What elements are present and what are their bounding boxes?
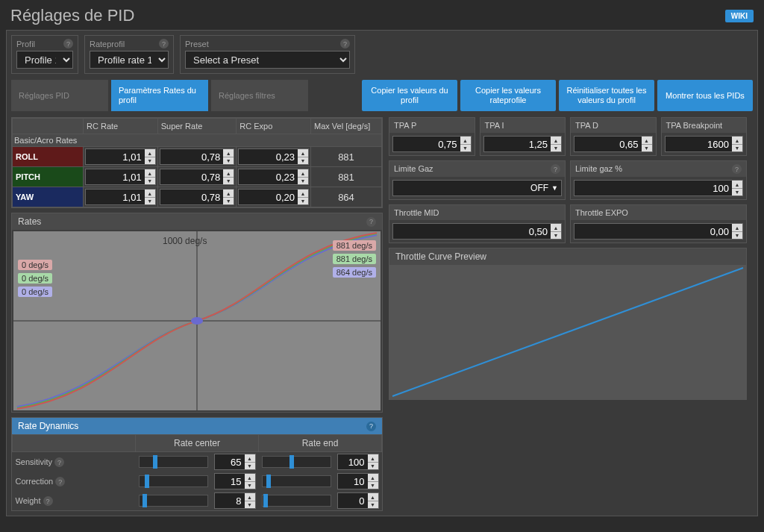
profile-select[interactable]: Profile 1 xyxy=(16,51,73,69)
weight-center-input[interactable] xyxy=(215,493,245,508)
sensitivity-center-input[interactable] xyxy=(215,454,245,469)
step-down-icon[interactable]: ▼ xyxy=(298,178,308,185)
profile-label: Profil xyxy=(16,40,35,48)
step-down-icon[interactable]: ▼ xyxy=(245,501,255,509)
step-up-icon[interactable]: ▲ xyxy=(551,224,561,232)
correction-end-slider[interactable] xyxy=(262,475,331,487)
step-up-icon[interactable]: ▲ xyxy=(223,149,234,157)
tpa-d-input[interactable] xyxy=(574,137,642,151)
copy-profile-button[interactable]: Copier les valeurs du profil xyxy=(362,80,457,111)
step-up-icon[interactable]: ▲ xyxy=(245,493,255,501)
step-down-icon[interactable]: ▼ xyxy=(298,157,308,165)
throttle-expo-input[interactable] xyxy=(574,224,732,239)
step-down-icon[interactable]: ▼ xyxy=(732,145,742,152)
tpa-p-input[interactable] xyxy=(393,137,460,151)
reset-profile-button[interactable]: Réinitialiser toutes les valeurs du prof… xyxy=(559,80,654,111)
throttle-mid-input[interactable] xyxy=(393,224,551,239)
step-down-icon[interactable]: ▼ xyxy=(551,145,561,152)
step-up-icon[interactable]: ▲ xyxy=(245,454,255,463)
step-up-icon[interactable]: ▲ xyxy=(298,190,308,198)
step-down-icon[interactable]: ▼ xyxy=(245,463,255,470)
step-down-icon[interactable]: ▼ xyxy=(368,501,378,509)
correction-end-input[interactable] xyxy=(338,474,368,489)
sensitivity-center-slider[interactable] xyxy=(139,456,208,468)
step-down-icon[interactable]: ▼ xyxy=(223,198,234,205)
sensitivity-end-slider[interactable] xyxy=(262,456,331,468)
help-icon[interactable]: ? xyxy=(340,39,350,48)
step-up-icon[interactable]: ▲ xyxy=(732,224,742,232)
wiki-button[interactable]: WIKI xyxy=(725,10,754,22)
step-up-icon[interactable]: ▲ xyxy=(460,137,471,145)
step-up-icon[interactable]: ▲ xyxy=(551,137,561,145)
throttle-limit-pct-input[interactable] xyxy=(574,181,732,195)
help-icon[interactable]: ? xyxy=(551,164,560,174)
step-up-icon[interactable]: ▲ xyxy=(368,454,378,463)
page-title: Réglages de PID xyxy=(10,6,134,25)
rateprofile-select[interactable]: Profile rate 1 xyxy=(90,51,169,69)
svg-line-3 xyxy=(392,268,743,396)
step-down-icon[interactable]: ▼ xyxy=(145,157,155,165)
roll-superrate-input[interactable] xyxy=(160,149,224,164)
tab-pid[interactable]: Réglages PID xyxy=(11,80,108,111)
step-up-icon[interactable]: ▲ xyxy=(223,190,234,198)
sensitivity-end-input[interactable] xyxy=(338,454,368,469)
step-down-icon[interactable]: ▼ xyxy=(223,157,234,165)
step-up-icon[interactable]: ▲ xyxy=(245,474,255,482)
correction-center-input[interactable] xyxy=(215,474,245,489)
yaw-superrate-input[interactable] xyxy=(160,190,224,204)
step-down-icon[interactable]: ▼ xyxy=(298,198,308,205)
step-up-icon[interactable]: ▲ xyxy=(145,169,155,178)
show-pids-button[interactable]: Montrer tous les PIDs xyxy=(657,80,753,111)
step-up-icon[interactable]: ▲ xyxy=(223,169,234,178)
tpa-breakpoint-input[interactable] xyxy=(666,137,733,151)
axis-pitch-label: PITCH xyxy=(13,167,84,187)
step-down-icon[interactable]: ▼ xyxy=(732,189,742,196)
table-row: Weight ? ▲▼ ▲▼ xyxy=(13,491,382,510)
preset-select[interactable]: Select a Preset xyxy=(185,51,350,69)
pitch-expo-input[interactable] xyxy=(239,169,298,184)
step-up-icon[interactable]: ▲ xyxy=(368,474,378,482)
step-up-icon[interactable]: ▲ xyxy=(145,149,155,157)
step-down-icon[interactable]: ▼ xyxy=(368,482,378,489)
pitch-superrate-input[interactable] xyxy=(160,169,224,184)
step-up-icon[interactable]: ▲ xyxy=(298,169,308,178)
step-down-icon[interactable]: ▼ xyxy=(145,178,155,185)
help-icon[interactable]: ? xyxy=(63,39,73,48)
step-up-icon[interactable]: ▲ xyxy=(145,190,155,198)
step-down-icon[interactable]: ▼ xyxy=(368,463,378,470)
copy-rateprofile-button[interactable]: Copier les valeurs rateprofile xyxy=(460,80,556,111)
correction-center-slider[interactable] xyxy=(139,475,208,487)
help-icon[interactable]: ? xyxy=(43,496,53,506)
yaw-expo-input[interactable] xyxy=(239,190,298,204)
weight-end-slider[interactable] xyxy=(262,495,331,507)
help-icon[interactable]: ? xyxy=(55,477,65,486)
help-icon[interactable]: ? xyxy=(54,457,64,467)
step-up-icon[interactable]: ▲ xyxy=(642,137,652,145)
step-down-icon[interactable]: ▼ xyxy=(245,482,255,489)
step-down-icon[interactable]: ▼ xyxy=(732,232,742,240)
tab-rates[interactable]: Paramètres Rates du profil xyxy=(111,80,208,111)
tpa-i-input[interactable] xyxy=(484,137,551,151)
weight-center-slider[interactable] xyxy=(139,495,208,507)
help-icon[interactable]: ? xyxy=(159,39,169,48)
step-down-icon[interactable]: ▼ xyxy=(460,145,471,152)
roll-rcrate-input[interactable] xyxy=(86,149,145,164)
step-down-icon[interactable]: ▼ xyxy=(145,198,155,205)
help-icon[interactable]: ? xyxy=(732,164,742,174)
help-icon[interactable]: ? xyxy=(366,217,376,227)
weight-end-input[interactable] xyxy=(338,493,368,508)
tab-filters[interactable]: Réglages filtres xyxy=(211,80,308,111)
step-up-icon[interactable]: ▲ xyxy=(732,181,742,189)
step-down-icon[interactable]: ▼ xyxy=(642,145,652,152)
throttle-limit-type-select[interactable]: OFF ▼ xyxy=(392,180,562,196)
pitch-rcrate-input[interactable] xyxy=(86,169,145,184)
step-down-icon[interactable]: ▼ xyxy=(551,232,561,240)
svg-point-2 xyxy=(191,317,203,325)
step-down-icon[interactable]: ▼ xyxy=(223,178,234,185)
step-up-icon[interactable]: ▲ xyxy=(298,149,308,157)
step-up-icon[interactable]: ▲ xyxy=(732,137,742,145)
yaw-rcrate-input[interactable] xyxy=(86,190,145,204)
step-up-icon[interactable]: ▲ xyxy=(368,493,378,501)
help-icon[interactable]: ? xyxy=(366,422,376,431)
roll-expo-input[interactable] xyxy=(239,149,298,164)
